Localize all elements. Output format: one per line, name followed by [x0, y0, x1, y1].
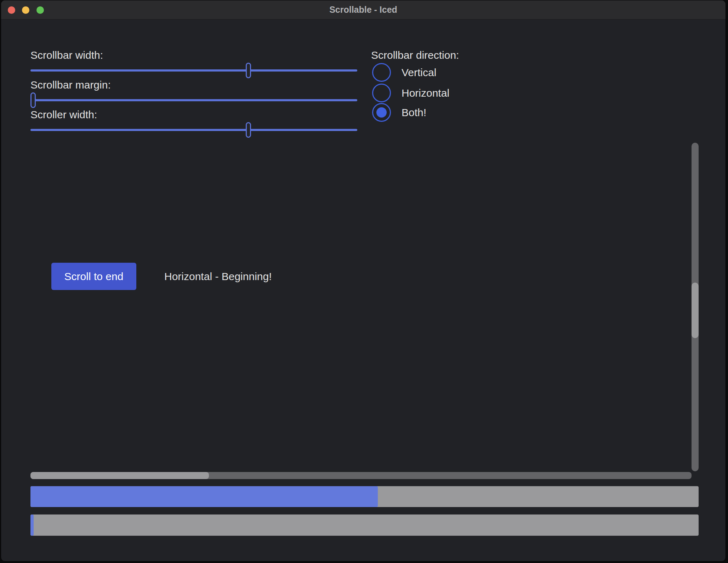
radio-circle-icon[interactable] [372, 84, 391, 102]
slider-handle[interactable] [246, 63, 251, 78]
progress-fill [30, 514, 34, 536]
horizontal-scrollbar-track[interactable] [30, 472, 692, 479]
radio-option-both[interactable]: Both! [372, 103, 426, 122]
horizontal-scrollbar-thumb[interactable] [30, 472, 209, 479]
scroll-to-end-button[interactable]: Scroll to end [51, 263, 136, 290]
radio-group-label: Scrollbar direction: [371, 49, 459, 61]
slider-scroller-width: Scroller width: [30, 109, 357, 149]
slider-label: Scrollbar width: [30, 49, 103, 61]
slider-rail[interactable] [30, 99, 357, 101]
slider-handle[interactable] [30, 92, 36, 108]
vertical-progress-bar [30, 514, 699, 536]
titlebar: Scrollable - Iced [1, 0, 726, 19]
slider-rail[interactable] [30, 129, 357, 131]
horizontal-progress-bar [30, 486, 699, 507]
vertical-scrollbar-track[interactable] [692, 143, 699, 471]
progress-fill [30, 486, 378, 507]
radio-dot-icon [376, 107, 387, 118]
radio-option-label: Vertical [402, 67, 436, 79]
slider-rail[interactable] [30, 69, 357, 72]
app-window: Scrollable - Iced Scrollbar width: Scrol… [1, 0, 726, 562]
radio-option-label: Horizontal [402, 87, 449, 99]
radio-circle-icon[interactable] [372, 103, 391, 122]
vertical-scrollbar-thumb[interactable] [692, 283, 699, 338]
scroll-status-text: Horizontal - Beginning! [164, 263, 272, 290]
radio-option-horizontal[interactable]: Horizontal [372, 84, 449, 102]
window-title: Scrollable - Iced [1, 0, 726, 19]
slider-label: Scroller width: [30, 109, 97, 121]
radio-option-vertical[interactable]: Vertical [372, 63, 436, 82]
slider-label: Scrollbar margin: [30, 79, 111, 91]
radio-option-label: Both! [402, 107, 426, 119]
slider-handle[interactable] [246, 122, 251, 138]
radio-circle-icon[interactable] [372, 63, 391, 82]
